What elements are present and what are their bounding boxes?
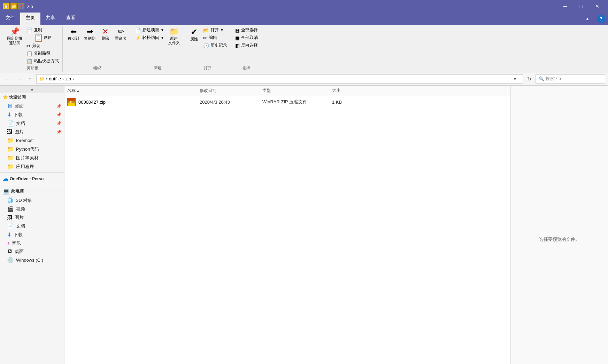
sidebar-item-pictures-pc[interactable]: 🖼 图片 (0, 213, 64, 222)
sidebar-item-desktop[interactable]: 🖥 桌面 📌 (0, 102, 64, 110)
path-zip[interactable]: zip (65, 76, 71, 81)
cut-button[interactable]: ✂ 剪切 (25, 42, 60, 49)
preview-panel: 选择要预览的文件。 (510, 86, 608, 364)
addressbar: ← → ↑ 📁 › outfile › zip › ▼ ↻ 🔍 搜索"zip" (0, 72, 608, 86)
images-material-icon: 📁 (7, 155, 14, 161)
sidebar-item-docs[interactable]: 📄 文档 📌 (0, 119, 64, 128)
select-buttons: ▦ 全部选择 ▣ 全部取消 ◧ 反向选择 (234, 26, 259, 65)
close-button[interactable]: ✕ (589, 0, 605, 13)
path-dropdown-button[interactable]: ▼ (510, 74, 520, 84)
select-none-button[interactable]: ▣ 全部取消 (234, 34, 259, 41)
move-to-button[interactable]: ⬅ 移动到 (66, 26, 81, 42)
col-header-date[interactable]: 修改日期 (197, 87, 260, 94)
docs-pin-icon: 📌 (56, 121, 61, 126)
file-type: WinRAR ZIP 压缩文件 (262, 99, 307, 104)
sidebar-item-downloads[interactable]: ⬇ 下载 📌 (0, 110, 64, 119)
table-row[interactable]: ZIP 00000427.zip 2020/4/3 20:43 WinRAR Z… (64, 96, 510, 108)
copy-path-button[interactable]: 📋 复制路径 (25, 50, 60, 57)
file-name-cell: ZIP 00000427.zip (64, 98, 197, 106)
foremost-icon: 📁 (7, 137, 14, 144)
copy-button[interactable]: 📄 复制 (25, 26, 60, 34)
ribbon-group-select: ▦ 全部选择 ▣ 全部取消 ◧ 反向选择 选择 (232, 26, 261, 72)
history-button[interactable]: 🕐 历史记录 (202, 42, 229, 49)
edit-button[interactable]: ✏ 编辑 (202, 34, 229, 41)
delete-button[interactable]: ✕ 删除 (98, 26, 112, 42)
invert-label: 反向选择 (241, 42, 258, 48)
pictures-icon: 🖼 (7, 129, 13, 135)
sidebar-item-videos[interactable]: 🎬 视频 (0, 205, 64, 213)
ribbon-tabs: 文件 主页 共享 查看 ▲ ? (0, 13, 608, 25)
col-header-name[interactable]: 名称 ▲ (64, 87, 197, 94)
sidebar-item-apps[interactable]: 📁 应用程序 (0, 162, 64, 171)
svg-rect-3 (68, 103, 75, 106)
open-button[interactable]: 📂 打开 ▼ (202, 26, 229, 34)
sidebar-item-desktop-pc[interactable]: 🖥 桌面 (0, 247, 64, 256)
quick-access-label: 快速访问 (9, 94, 26, 100)
file-area: 名称 ▲ 修改日期 类型 大小 (64, 86, 510, 364)
col-header-size[interactable]: 大小 (329, 87, 364, 94)
quick-access-header[interactable]: ★ 快速访问 (0, 93, 64, 102)
paste-button[interactable]: 📋 粘贴 (25, 34, 60, 42)
file-name: 00000427.zip (78, 100, 106, 105)
open-label: 打开 (204, 65, 211, 71)
sidebar-item-downloads-pc[interactable]: ⬇ 下载 (0, 230, 64, 239)
path-outfile[interactable]: outfile (49, 76, 61, 81)
back-button[interactable]: ← (3, 74, 13, 84)
sidebar-item-docs-pc[interactable]: 📄 文档 (0, 222, 64, 230)
sidebar-item-images-material[interactable]: 📁 图片等素材 (0, 153, 64, 162)
docs-pc-label: 文档 (16, 223, 25, 229)
ribbon-tab-view[interactable]: 查看 (61, 13, 81, 25)
music-label: 音乐 (12, 240, 21, 246)
onedrive-header[interactable]: ☁ OneDrive - Perso (0, 174, 64, 183)
paste-label: 粘贴 (44, 35, 52, 40)
easy-access-button[interactable]: ⚡ 轻松访问 ▼ (134, 34, 166, 41)
refresh-button[interactable]: ↻ (524, 74, 534, 84)
properties-button[interactable]: ✔ 属性 (187, 26, 201, 43)
new-item-button[interactable]: 📄 新建项目 ▼ (134, 26, 166, 34)
rename-button[interactable]: ✏ 重命名 (113, 26, 129, 42)
ribbon-tab-home[interactable]: 主页 (20, 13, 40, 25)
select-all-icon: ▦ (235, 27, 240, 33)
path-folder-icon: 📁 (39, 77, 45, 81)
select-none-icon: ▣ (235, 35, 240, 41)
new-folder-button[interactable]: 📁 新建 文件夹 (166, 26, 182, 47)
sidebar-item-music[interactable]: ♪ 音乐 (0, 239, 64, 247)
pictures-pc-icon: 🖼 (7, 214, 13, 221)
address-path[interactable]: 📁 › outfile › zip › ▼ (36, 74, 523, 84)
sidebar-item-pictures[interactable]: 🖼 图片 📌 (0, 128, 64, 136)
cut-label: 剪切 (32, 43, 40, 49)
ribbon-collapse-button[interactable]: ▲ (579, 13, 595, 25)
col-header-type[interactable]: 类型 (260, 87, 329, 94)
pin-button[interactable]: 📌 固定到快 速访问 (5, 26, 24, 47)
minimize-button[interactable]: ─ (557, 0, 573, 13)
sidebar-item-windows-c[interactable]: 💿 Windows (C:) (0, 256, 64, 264)
ribbon-tab-share[interactable]: 共享 (40, 13, 61, 25)
sidebar-item-foremost[interactable]: 📁 foremost (0, 136, 64, 145)
apps-icon: 📁 (7, 163, 14, 170)
desktop-pc-icon: 🖥 (7, 248, 13, 255)
maximize-button[interactable]: □ (573, 0, 589, 13)
pin-label: 固定到快 速访问 (7, 36, 22, 45)
paste-shortcut-icon: 📋 (26, 58, 32, 64)
paste-shortcut-label: 粘贴快捷方式 (34, 58, 59, 64)
search-box[interactable]: 🔍 搜索"zip" (536, 74, 605, 84)
forward-button[interactable]: → (14, 74, 24, 84)
ribbon-tab-file[interactable]: 文件 (0, 13, 20, 25)
paste-shortcut-button[interactable]: 📋 粘贴快捷方式 (25, 57, 60, 65)
preview-text: 选择要预览的文件。 (539, 236, 580, 243)
foremost-label: foremost (16, 138, 34, 143)
music-icon: ♪ (7, 240, 10, 246)
window-title: zip (27, 4, 557, 9)
sidebar-scroll-up[interactable]: ▲ (0, 86, 64, 93)
new-label: 新建 (154, 65, 162, 71)
invert-button[interactable]: ◧ 反向选择 (234, 42, 259, 49)
windows-c-label: Windows (C:) (16, 258, 43, 263)
this-pc-header[interactable]: 💻 此电脑 (0, 187, 64, 196)
easy-access-arrow: ▼ (161, 36, 164, 40)
copy-to-button[interactable]: ➡ 复制到 (82, 26, 98, 42)
sidebar-item-3d[interactable]: 🧊 3D 对象 (0, 196, 64, 205)
ribbon-help-button[interactable]: ? (597, 15, 605, 23)
up-button[interactable]: ↑ (25, 74, 35, 84)
sidebar-item-python[interactable]: 📁 Python代码 (0, 145, 64, 153)
select-all-button[interactable]: ▦ 全部选择 (234, 26, 259, 34)
